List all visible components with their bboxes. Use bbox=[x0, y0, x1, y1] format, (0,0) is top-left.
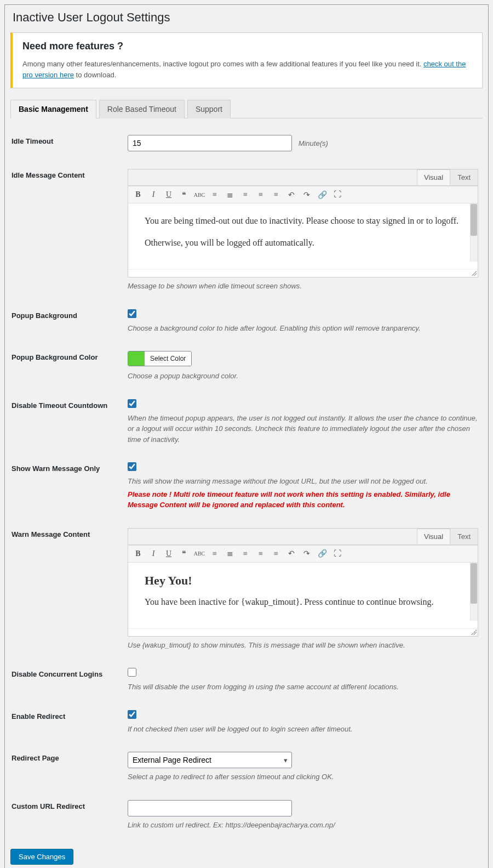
align-right-icon[interactable]: ≡ bbox=[271, 189, 282, 200]
idle-timeout-label: Idle Timeout bbox=[12, 129, 127, 162]
notice-heading: Need more features ? bbox=[22, 41, 472, 52]
undo-icon[interactable]: ↶ bbox=[286, 548, 297, 559]
undo-icon[interactable]: ↶ bbox=[286, 189, 297, 200]
warn-message-content[interactable]: Hey You! You have been inactive for {wak… bbox=[128, 563, 478, 628]
fullscreen-icon[interactable]: ⛶ bbox=[332, 189, 343, 200]
editor-toolbar: B I U ❝ ABC ≡ ≣ ≡ ≡ ≡ ↶ ↷ 🔗 ⛶ bbox=[128, 186, 478, 203]
popup-bg-color-label: Popup Background Color bbox=[12, 345, 127, 393]
warn-msg-desc: Use {wakup_timout} to show minutes. This… bbox=[128, 640, 478, 651]
idle-timeout-input[interactable] bbox=[128, 135, 292, 151]
align-left-icon[interactable]: ≡ bbox=[240, 189, 251, 200]
redo-icon[interactable]: ↷ bbox=[301, 548, 312, 559]
resize-grip[interactable] bbox=[471, 270, 477, 276]
blockquote-icon[interactable]: ❝ bbox=[179, 189, 190, 200]
concurrent-desc: This will disable the user from logging … bbox=[128, 682, 478, 693]
custom-url-desc: Link to custom url redirect. Ex: https:/… bbox=[128, 820, 478, 831]
warn-only-desc: This will show the warning message witho… bbox=[128, 476, 478, 487]
popup-bg-checkbox[interactable] bbox=[128, 309, 136, 318]
scrollbar[interactable] bbox=[470, 563, 478, 621]
editor-tab-text-2[interactable]: Text bbox=[450, 529, 478, 544]
strikethrough-icon[interactable]: ABC bbox=[194, 189, 205, 200]
scrollbar[interactable] bbox=[470, 203, 478, 262]
enable-redirect-checkbox[interactable] bbox=[128, 710, 136, 719]
warn-only-note: Please note ! Multi role timeout feature… bbox=[128, 489, 478, 510]
align-center-icon[interactable]: ≡ bbox=[255, 189, 266, 200]
concurrent-label: Disable Concurrent Logins bbox=[12, 662, 127, 704]
pro-notice: Need more features ? Among many other fe… bbox=[10, 32, 483, 88]
number-list-icon[interactable]: ≣ bbox=[225, 548, 236, 559]
countdown-desc: When the timeout popup appears, the user… bbox=[128, 413, 478, 445]
enable-redirect-label: Enable Redirect bbox=[12, 705, 127, 746]
page-title: Inactive User Logout Settings bbox=[10, 5, 483, 32]
link-icon[interactable]: 🔗 bbox=[317, 189, 328, 200]
editor-toolbar-2: B I U ❝ ABC ≡ ≣ ≡ ≡ ≡ ↶ ↷ 🔗 ⛶ bbox=[128, 545, 478, 563]
tab-basic-management[interactable]: Basic Management bbox=[10, 100, 96, 118]
redo-icon[interactable]: ↷ bbox=[301, 189, 312, 200]
warn-message-editor: B I U ❝ ABC ≡ ≣ ≡ ≡ ≡ ↶ ↷ 🔗 ⛶ bbox=[128, 544, 478, 637]
tab-role-based-timeout[interactable]: Role Based Timeout bbox=[99, 100, 185, 118]
idle-msg-desc: Message to be shown when idle timeout sc… bbox=[128, 281, 478, 292]
minute-unit: Minute(s) bbox=[299, 139, 328, 147]
fullscreen-icon[interactable]: ⛶ bbox=[332, 548, 343, 559]
disable-countdown-label: Disable Timeout Countdown bbox=[12, 394, 127, 456]
tab-support[interactable]: Support bbox=[187, 100, 231, 118]
bold-icon[interactable]: B bbox=[133, 189, 144, 200]
redirect-page-select[interactable]: External Page Redirect bbox=[128, 752, 292, 768]
underline-icon[interactable]: U bbox=[163, 189, 174, 200]
editor-tab-visual-2[interactable]: Visual bbox=[417, 529, 450, 544]
warn-only-label: Show Warn Message Only bbox=[12, 457, 127, 521]
number-list-icon[interactable]: ≣ bbox=[225, 189, 236, 200]
custom-url-label: Custom URL Redirect bbox=[12, 795, 127, 842]
popup-bg-color-desc: Choose a popup background color. bbox=[128, 371, 478, 382]
save-button[interactable]: Save Changes bbox=[10, 849, 73, 865]
bullet-list-icon[interactable]: ≡ bbox=[209, 189, 220, 200]
align-right-icon[interactable]: ≡ bbox=[271, 548, 282, 559]
editor-tab-visual[interactable]: Visual bbox=[417, 169, 450, 185]
align-left-icon[interactable]: ≡ bbox=[240, 548, 251, 559]
redirect-page-desc: Select a page to redirect to after sessi… bbox=[128, 771, 478, 782]
enable-redirect-desc: If not checked then user will be logged … bbox=[128, 724, 478, 735]
italic-icon[interactable]: I bbox=[148, 189, 159, 200]
idle-message-label: Idle Message Content bbox=[12, 163, 127, 303]
bold-icon[interactable]: B bbox=[133, 548, 144, 559]
warn-only-checkbox[interactable] bbox=[128, 462, 136, 471]
bullet-list-icon[interactable]: ≡ bbox=[209, 548, 220, 559]
popup-bg-desc: Choose a background color to hide after … bbox=[128, 323, 478, 334]
warn-message-label: Warn Message Content bbox=[12, 523, 127, 662]
italic-icon[interactable]: I bbox=[148, 548, 159, 559]
custom-url-input[interactable] bbox=[128, 800, 292, 816]
editor-tab-text[interactable]: Text bbox=[450, 169, 478, 185]
color-picker[interactable]: Select Color bbox=[128, 351, 192, 366]
color-swatch bbox=[128, 351, 145, 366]
strikethrough-icon[interactable]: ABC bbox=[194, 548, 205, 559]
align-center-icon[interactable]: ≡ bbox=[255, 548, 266, 559]
blockquote-icon[interactable]: ❝ bbox=[179, 548, 190, 559]
tab-nav: Basic Management Role Based Timeout Supp… bbox=[10, 99, 483, 118]
resize-grip[interactable] bbox=[471, 629, 477, 635]
idle-message-editor: B I U ❝ ABC ≡ ≣ ≡ ≡ ≡ ↶ ↷ 🔗 ⛶ bbox=[128, 185, 478, 277]
idle-message-content[interactable]: You are being timed-out out due to inact… bbox=[128, 203, 478, 269]
disable-countdown-checkbox[interactable] bbox=[128, 399, 136, 408]
notice-text: Among many other features/enhancements, … bbox=[22, 59, 472, 80]
popup-bg-label: Popup Background bbox=[12, 304, 127, 345]
link-icon[interactable]: 🔗 bbox=[317, 548, 328, 559]
color-picker-label: Select Color bbox=[145, 351, 191, 366]
concurrent-checkbox[interactable] bbox=[128, 668, 136, 677]
redirect-page-label: Redirect Page bbox=[12, 746, 127, 793]
underline-icon[interactable]: U bbox=[163, 548, 174, 559]
